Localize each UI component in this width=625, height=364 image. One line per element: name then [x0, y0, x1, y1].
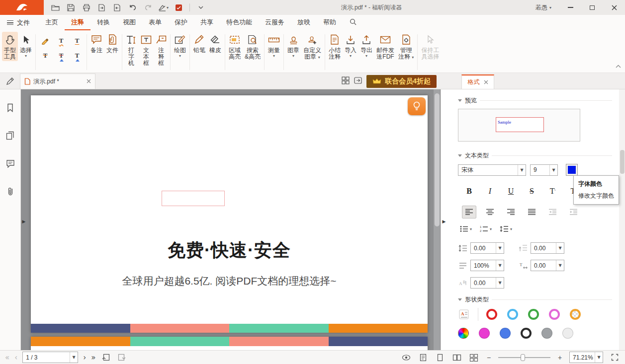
close-format-panel-button[interactable] [484, 79, 488, 86]
font-color-button[interactable] [566, 164, 578, 176]
shape-style-swatch[interactable] [570, 309, 581, 320]
align-left-button[interactable] [462, 206, 476, 218]
signature-tool-button[interactable]: ▾ [157, 1, 170, 13]
pencil-button[interactable]: 铅笔 [191, 32, 207, 55]
tab-overview-button[interactable] [342, 76, 350, 86]
collapse-ribbon-button[interactable] [616, 63, 621, 70]
bullet-list-button[interactable]: ▾ [460, 225, 472, 232]
export-doc-button[interactable] [95, 1, 108, 13]
export-comments-button[interactable]: 导出 ▾ [358, 32, 374, 59]
email-fdf-button[interactable]: 邮件发 送FDF [374, 32, 396, 61]
zoom-level-select[interactable]: 71.21% ▼ [569, 352, 603, 363]
textbox-button[interactable]: 文本框 [139, 32, 154, 68]
tab-help[interactable]: 帮助 [317, 15, 343, 30]
tab-share[interactable]: 共享 [194, 15, 220, 30]
char-spacing-input[interactable]: 0.00 ▼ [531, 260, 564, 271]
shape-style-swatch[interactable] [486, 309, 497, 320]
shape-style-swatch[interactable] [479, 328, 490, 339]
esign-button[interactable] [172, 1, 185, 13]
account-name[interactable]: 若愚 [536, 3, 547, 12]
numbered-list-button[interactable]: 12 ▾ [480, 225, 492, 232]
note-button[interactable]: 备注 [89, 32, 104, 55]
tab-presentation[interactable]: 放映 [291, 15, 317, 30]
switch-tab-button[interactable] [354, 76, 362, 86]
underline-text-button[interactable]: T [72, 36, 82, 46]
align-right-button[interactable] [504, 206, 518, 218]
customize-toolbar-button[interactable] [194, 1, 207, 13]
search-highlight-button[interactable]: 搜索 &高亮 [243, 32, 263, 61]
decrease-indent-button[interactable] [545, 206, 560, 218]
horizontal-scale-input[interactable]: 100% ▼ [470, 260, 504, 271]
measure-button[interactable]: 测量 ▾ [266, 32, 282, 59]
tab-protect[interactable]: 保护 [168, 15, 194, 30]
document-viewport[interactable]: 免费·快速·安全 全球用户超越6.5亿. 阅读PDF文档的理想选择~ ▶ [21, 89, 441, 350]
sidebar-collapse-handle[interactable]: ▶ [21, 215, 27, 228]
text-type-section-header[interactable]: 文本类型 [458, 151, 612, 160]
redo-button[interactable] [141, 1, 155, 13]
membership-promo-banner[interactable]: 联合会员4折起 [366, 75, 437, 88]
multi-page-view-button[interactable] [468, 352, 479, 363]
comments-panel-button[interactable] [3, 156, 18, 171]
shape-style-swatch[interactable] [521, 328, 532, 339]
zoom-slider[interactable] [498, 357, 550, 358]
tab-cloud[interactable]: 云服务 [259, 15, 291, 30]
insert-text-button[interactable]: T [72, 51, 82, 61]
highlight-text-button[interactable] [41, 36, 50, 46]
eraser-button[interactable]: 橡皮 [207, 32, 223, 55]
font-size-select[interactable]: 9 ▼ [530, 164, 558, 176]
shape-style-swatch[interactable] [507, 309, 518, 320]
document-scrollbar[interactable] [434, 89, 440, 350]
char-offset-input[interactable]: 0.00 ▼ [470, 277, 504, 289]
tab-view[interactable]: 视图 [116, 15, 142, 30]
panel-scrollbar[interactable] [619, 89, 625, 350]
drawing-button[interactable]: 绘图 ▾ [172, 32, 188, 59]
focus-mode-button[interactable] [401, 352, 412, 363]
squiggly-underline-button[interactable]: T [56, 36, 66, 46]
close-button[interactable] [603, 0, 625, 15]
page-number-select[interactable]: 1 / 3 ▼ [22, 352, 78, 363]
hand-tool-button[interactable]: 手型 工具 [2, 32, 18, 61]
save-button[interactable] [64, 1, 78, 13]
stamp-button[interactable]: 图章 ▾ [285, 32, 301, 59]
next-page-button[interactable]: › [83, 353, 86, 362]
pdf-page-1[interactable]: 免费·快速·安全 全球用户超越6.5亿. 阅读PDF文档的理想选择~ [31, 95, 428, 333]
first-page-button[interactable]: « [5, 353, 9, 362]
zoom-out-button[interactable]: − [485, 354, 492, 362]
underline-button[interactable]: U [504, 185, 518, 198]
preview-section-header[interactable]: 预览 [458, 96, 612, 105]
shape-style-swatch[interactable] [562, 328, 573, 339]
foxit-logo[interactable] [0, 0, 44, 15]
align-justify-button[interactable] [525, 206, 539, 218]
empty-textbox-annotation[interactable] [162, 191, 225, 206]
text-style-option-button[interactable]: A [458, 308, 470, 320]
previous-view-button[interactable] [100, 352, 111, 363]
strikeout-text-button[interactable]: T [40, 51, 50, 61]
superscript-button[interactable]: T' [545, 185, 560, 198]
bookmarks-panel-button[interactable] [3, 100, 18, 115]
shape-style-swatch[interactable] [528, 309, 539, 320]
tab-convert[interactable]: 转换 [90, 15, 116, 30]
quick-annotate-button[interactable] [0, 73, 20, 89]
close-document-tab-button[interactable] [87, 78, 91, 85]
lightbulb-assistant-button[interactable] [408, 97, 426, 115]
import-comments-button[interactable]: 导入 ▾ [343, 32, 358, 59]
shape-style-swatch[interactable] [549, 309, 560, 320]
bold-button[interactable]: B [462, 185, 476, 198]
facing-pages-view-button[interactable] [451, 352, 462, 363]
tab-comment[interactable]: 注释 [65, 15, 90, 30]
shape-style-swatch[interactable] [541, 328, 552, 339]
tab-home[interactable]: 主页 [39, 15, 65, 30]
shape-style-swatch[interactable] [458, 328, 469, 339]
print-button[interactable] [80, 1, 93, 13]
increase-indent-button[interactable] [566, 206, 581, 218]
format-panel-tab[interactable]: 格式 [461, 74, 494, 89]
panel-collapse-handle[interactable]: ▶ [441, 215, 447, 228]
callout-button[interactable]: 注释框 [154, 32, 169, 68]
zoom-slider-thumb[interactable] [521, 354, 525, 361]
undo-button[interactable] [126, 1, 139, 13]
select-tool-button[interactable]: 选择 ▾ [18, 32, 34, 59]
single-page-view-button[interactable] [435, 352, 446, 363]
pdf-page-2[interactable] [31, 337, 428, 350]
italic-button[interactable]: I [483, 185, 497, 198]
paragraph-before-input[interactable]: 0.00 ▼ [531, 242, 564, 254]
